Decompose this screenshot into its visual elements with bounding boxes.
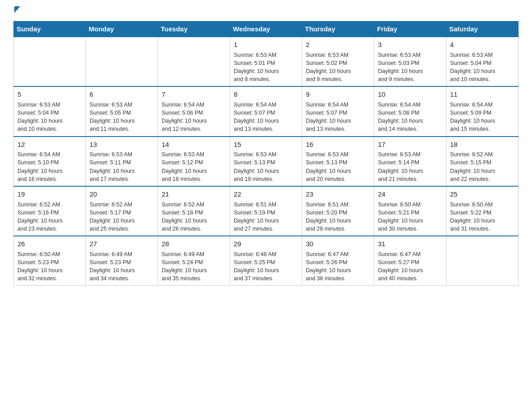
logo-triangle-icon [14, 6, 20, 13]
calendar-cell: 3Sunrise: 6:53 AM Sunset: 5:03 PM Daylig… [374, 37, 446, 86]
calendar-cell: 15Sunrise: 6:53 AM Sunset: 5:13 PM Dayli… [230, 137, 302, 186]
calendar-cell: 13Sunrise: 6:53 AM Sunset: 5:11 PM Dayli… [86, 137, 158, 186]
calendar-cell: 5Sunrise: 6:53 AM Sunset: 5:04 PM Daylig… [14, 86, 86, 136]
day-number: 13 [90, 140, 154, 150]
calendar-cell: 16Sunrise: 6:53 AM Sunset: 5:13 PM Dayli… [302, 137, 374, 186]
calendar-cell: 12Sunrise: 6:54 AM Sunset: 5:10 PM Dayli… [14, 137, 86, 186]
calendar-cell: 29Sunrise: 6:48 AM Sunset: 5:25 PM Dayli… [230, 236, 302, 286]
day-number: 16 [306, 140, 370, 150]
calendar-cell [158, 37, 230, 86]
day-info: Sunrise: 6:52 AM Sunset: 5:15 PM Dayligh… [450, 150, 515, 183]
page-header [13, 9, 519, 13]
day-info: Sunrise: 6:47 AM Sunset: 5:27 PM Dayligh… [378, 250, 442, 283]
day-info: Sunrise: 6:49 AM Sunset: 5:24 PM Dayligh… [162, 250, 226, 283]
calendar-cell: 26Sunrise: 6:50 AM Sunset: 5:23 PM Dayli… [14, 236, 86, 286]
calendar-cell: 18Sunrise: 6:52 AM Sunset: 5:15 PM Dayli… [446, 137, 519, 186]
day-info: Sunrise: 6:51 AM Sunset: 5:19 PM Dayligh… [234, 201, 298, 233]
day-info: Sunrise: 6:50 AM Sunset: 5:21 PM Dayligh… [378, 201, 442, 233]
day-number: 24 [378, 189, 442, 199]
calendar-cell: 6Sunrise: 6:53 AM Sunset: 5:05 PM Daylig… [86, 86, 158, 136]
day-info: Sunrise: 6:53 AM Sunset: 5:04 PM Dayligh… [450, 51, 515, 84]
day-number: 1 [234, 40, 298, 50]
weekday-header-sunday: Sunday [14, 21, 86, 37]
calendar-header-row: SundayMondayTuesdayWednesdayThursdayFrid… [14, 21, 519, 37]
calendar-cell [86, 37, 158, 86]
day-info: Sunrise: 6:54 AM Sunset: 5:08 PM Dayligh… [378, 101, 442, 133]
day-info: Sunrise: 6:53 AM Sunset: 5:01 PM Dayligh… [234, 51, 298, 84]
weekday-header-saturday: Saturday [446, 21, 519, 37]
calendar-week-1: 1Sunrise: 6:53 AM Sunset: 5:01 PM Daylig… [14, 37, 519, 86]
day-number: 14 [162, 140, 226, 150]
day-number: 25 [450, 189, 515, 199]
day-info: Sunrise: 6:50 AM Sunset: 5:23 PM Dayligh… [17, 250, 82, 283]
calendar-cell: 1Sunrise: 6:53 AM Sunset: 5:01 PM Daylig… [230, 37, 302, 86]
day-number: 22 [234, 189, 298, 199]
day-number: 18 [450, 140, 515, 150]
calendar-week-4: 19Sunrise: 6:52 AM Sunset: 5:16 PM Dayli… [14, 186, 519, 236]
day-info: Sunrise: 6:53 AM Sunset: 5:04 PM Dayligh… [17, 101, 82, 133]
day-number: 8 [234, 90, 298, 99]
calendar-cell: 2Sunrise: 6:53 AM Sunset: 5:02 PM Daylig… [302, 37, 374, 86]
day-number: 10 [378, 90, 442, 99]
day-number: 3 [378, 40, 442, 50]
weekday-header-friday: Friday [374, 21, 446, 37]
day-number: 17 [378, 140, 442, 150]
day-number: 29 [234, 239, 298, 249]
calendar-cell: 20Sunrise: 6:52 AM Sunset: 5:17 PM Dayli… [86, 186, 158, 236]
calendar-week-2: 5Sunrise: 6:53 AM Sunset: 5:04 PM Daylig… [14, 86, 519, 136]
day-number: 19 [17, 189, 82, 199]
day-number: 9 [306, 90, 370, 99]
calendar-cell: 23Sunrise: 6:51 AM Sunset: 5:20 PM Dayli… [302, 186, 374, 236]
calendar-week-5: 26Sunrise: 6:50 AM Sunset: 5:23 PM Dayli… [14, 236, 519, 286]
day-number: 28 [162, 239, 226, 249]
day-info: Sunrise: 6:53 AM Sunset: 5:12 PM Dayligh… [162, 150, 226, 183]
day-info: Sunrise: 6:54 AM Sunset: 5:06 PM Dayligh… [162, 101, 226, 133]
day-number: 7 [162, 90, 226, 99]
day-info: Sunrise: 6:50 AM Sunset: 5:22 PM Dayligh… [450, 201, 515, 233]
day-info: Sunrise: 6:52 AM Sunset: 5:18 PM Dayligh… [162, 201, 226, 233]
calendar-cell: 8Sunrise: 6:54 AM Sunset: 5:07 PM Daylig… [230, 86, 302, 136]
day-info: Sunrise: 6:54 AM Sunset: 5:07 PM Dayligh… [234, 101, 298, 133]
day-info: Sunrise: 6:53 AM Sunset: 5:13 PM Dayligh… [234, 150, 298, 183]
calendar-cell: 27Sunrise: 6:49 AM Sunset: 5:23 PM Dayli… [86, 236, 158, 286]
calendar-cell: 7Sunrise: 6:54 AM Sunset: 5:06 PM Daylig… [158, 86, 230, 136]
day-number: 20 [90, 189, 154, 199]
calendar-cell: 21Sunrise: 6:52 AM Sunset: 5:18 PM Dayli… [158, 186, 230, 236]
calendar-cell: 28Sunrise: 6:49 AM Sunset: 5:24 PM Dayli… [158, 236, 230, 286]
day-info: Sunrise: 6:52 AM Sunset: 5:16 PM Dayligh… [17, 201, 82, 233]
day-info: Sunrise: 6:53 AM Sunset: 5:05 PM Dayligh… [90, 101, 154, 133]
calendar-cell: 14Sunrise: 6:53 AM Sunset: 5:12 PM Dayli… [158, 137, 230, 186]
day-info: Sunrise: 6:53 AM Sunset: 5:02 PM Dayligh… [306, 51, 370, 84]
day-number: 27 [90, 239, 154, 249]
day-number: 15 [234, 140, 298, 150]
day-number: 6 [90, 90, 154, 99]
calendar-cell: 9Sunrise: 6:54 AM Sunset: 5:07 PM Daylig… [302, 86, 374, 136]
calendar-cell: 22Sunrise: 6:51 AM Sunset: 5:19 PM Dayli… [230, 186, 302, 236]
calendar-cell: 17Sunrise: 6:53 AM Sunset: 5:14 PM Dayli… [374, 137, 446, 186]
calendar-week-3: 12Sunrise: 6:54 AM Sunset: 5:10 PM Dayli… [14, 137, 519, 186]
weekday-header-monday: Monday [86, 21, 158, 37]
calendar-cell: 24Sunrise: 6:50 AM Sunset: 5:21 PM Dayli… [374, 186, 446, 236]
day-info: Sunrise: 6:54 AM Sunset: 5:09 PM Dayligh… [450, 101, 515, 133]
day-number: 2 [306, 40, 370, 50]
day-number: 12 [17, 140, 82, 150]
day-info: Sunrise: 6:51 AM Sunset: 5:20 PM Dayligh… [306, 201, 370, 233]
calendar-cell: 25Sunrise: 6:50 AM Sunset: 5:22 PM Dayli… [446, 186, 519, 236]
calendar-cell: 4Sunrise: 6:53 AM Sunset: 5:04 PM Daylig… [446, 37, 519, 86]
calendar-cell: 30Sunrise: 6:47 AM Sunset: 5:26 PM Dayli… [302, 236, 374, 286]
weekday-header-tuesday: Tuesday [158, 21, 230, 37]
day-number: 26 [17, 239, 82, 249]
logo [13, 9, 20, 13]
day-info: Sunrise: 6:48 AM Sunset: 5:25 PM Dayligh… [234, 250, 298, 283]
calendar-cell [446, 236, 519, 286]
day-number: 21 [162, 189, 226, 199]
day-info: Sunrise: 6:53 AM Sunset: 5:13 PM Dayligh… [306, 150, 370, 183]
calendar-cell: 11Sunrise: 6:54 AM Sunset: 5:09 PM Dayli… [446, 86, 519, 136]
calendar-cell: 19Sunrise: 6:52 AM Sunset: 5:16 PM Dayli… [14, 186, 86, 236]
day-number: 31 [378, 239, 442, 249]
day-number: 5 [17, 90, 82, 99]
weekday-header-wednesday: Wednesday [230, 21, 302, 37]
day-number: 4 [450, 40, 515, 50]
day-info: Sunrise: 6:53 AM Sunset: 5:11 PM Dayligh… [90, 150, 154, 183]
calendar-cell [14, 37, 86, 86]
